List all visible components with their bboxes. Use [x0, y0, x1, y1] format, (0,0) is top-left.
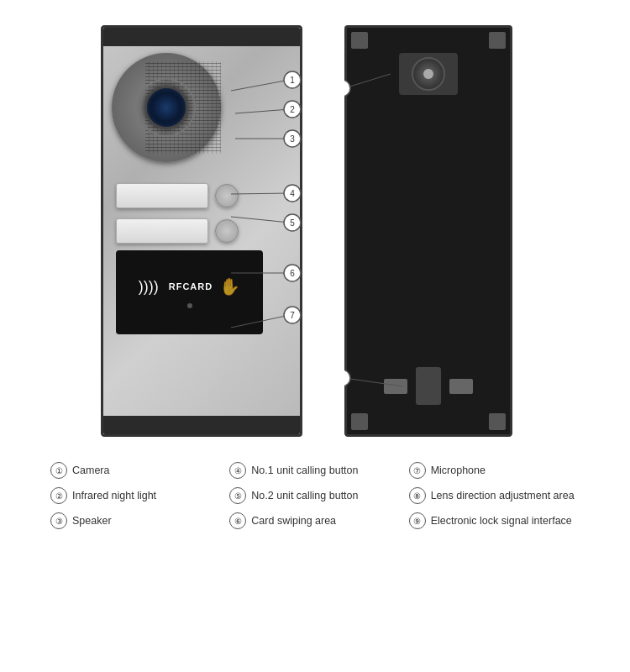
- legend-num-7: ⑦: [409, 462, 426, 479]
- front-panel: )))) RFCARD ✋: [101, 25, 302, 437]
- legend-label-6: Card swiping area: [251, 515, 336, 527]
- camera-section: [112, 53, 246, 162]
- legend-num-5: ⑤: [229, 487, 246, 504]
- panel-bottom-bar: [103, 416, 300, 434]
- legend-num-2: ②: [50, 487, 67, 504]
- back-panel: [344, 25, 512, 437]
- call-button-rect-2[interactable]: [116, 218, 208, 244]
- legend-item-2: ② Infrared night light: [50, 487, 221, 504]
- legend-label-1: Camera: [72, 465, 109, 476]
- lock-shape: [416, 367, 441, 405]
- legend-item-9: ⑨ Electronic lock signal interface: [409, 512, 580, 529]
- legend-num-3: ③: [50, 512, 67, 529]
- corner-bracket-bl: [351, 413, 368, 430]
- corner-bracket-tl: [351, 32, 368, 49]
- buttons-section: [116, 183, 284, 254]
- lens-adjuster-inner: [412, 57, 445, 91]
- legend-num-1: ①: [50, 462, 67, 479]
- camera-lens: [144, 86, 188, 129]
- panel-top-bar: [103, 28, 300, 46]
- diagrams-row: )))) RFCARD ✋ 1 2: [17, 25, 613, 437]
- legend-label-8: Lens direction adjustment area: [431, 490, 575, 501]
- legend-num-4: ④: [229, 462, 246, 479]
- rfcard-inner: )))) RFCARD ✋: [139, 276, 240, 308]
- call-button-round-1[interactable]: [215, 184, 239, 207]
- legend-label-3: Speaker: [72, 515, 112, 527]
- legend-label-7: Microphone: [431, 465, 486, 476]
- legend-section: ① Camera ② Infrared night light ③ Speake…: [17, 462, 613, 529]
- legend-item-8: ⑧ Lens direction adjustment area: [409, 487, 580, 504]
- legend-col2: ④ No.1 unit calling button ⑤ No.2 unit c…: [229, 462, 400, 529]
- legend-item-5: ⑤ No.2 unit calling button: [229, 487, 400, 504]
- lock-connector-right: [449, 379, 473, 394]
- legend-col1: ① Camera ② Infrared night light ③ Speake…: [50, 462, 221, 529]
- lens-adjuster-center: [423, 69, 433, 79]
- lock-connector-left: [384, 379, 407, 394]
- lock-interface: [384, 367, 473, 405]
- legend-item-1: ① Camera: [50, 462, 221, 479]
- legend-num-9: ⑨: [409, 512, 426, 529]
- legend-label-2: Infrared night light: [72, 490, 156, 501]
- rfcard-section: )))) RFCARD ✋: [116, 250, 263, 334]
- legend-num-8: ⑧: [409, 487, 426, 504]
- rfcard-hand-icon: ✋: [219, 276, 240, 297]
- legend-item-3: ③ Speaker: [50, 512, 221, 529]
- call-button-row-2: [116, 218, 284, 244]
- legend-item-6: ⑥ Card swiping area: [229, 512, 400, 529]
- legend-label-5: No.2 unit calling button: [251, 490, 358, 501]
- lens-adjuster: [399, 53, 458, 95]
- back-panel-wrapper: 8 9: [344, 25, 529, 437]
- call-button-row-1: [116, 183, 284, 208]
- legend-label-4: No.1 unit calling button: [251, 465, 358, 476]
- corner-bracket-br: [489, 413, 506, 430]
- main-container: )))) RFCARD ✋ 1 2: [0, 0, 630, 672]
- legend-item-4: ④ No.1 unit calling button: [229, 462, 400, 479]
- rfcard-dot: [187, 303, 192, 308]
- call-button-rect-1[interactable]: [116, 183, 208, 208]
- front-panel-wrapper: )))) RFCARD ✋ 1 2: [101, 25, 319, 437]
- legend-num-6: ⑥: [229, 512, 246, 529]
- call-button-round-2[interactable]: [215, 219, 239, 243]
- camera-circle: [112, 53, 221, 162]
- corner-bracket-tr: [489, 32, 506, 49]
- legend-label-9: Electronic lock signal interface: [431, 515, 572, 527]
- rfcard-waves-icon: )))): [139, 278, 159, 296]
- legend-item-7: ⑦ Microphone: [409, 462, 580, 479]
- rfcard-row: )))) RFCARD ✋: [139, 276, 240, 297]
- legend-col3: ⑦ Microphone ⑧ Lens direction adjustment…: [409, 462, 580, 529]
- rfcard-text: RFCARD: [169, 281, 213, 291]
